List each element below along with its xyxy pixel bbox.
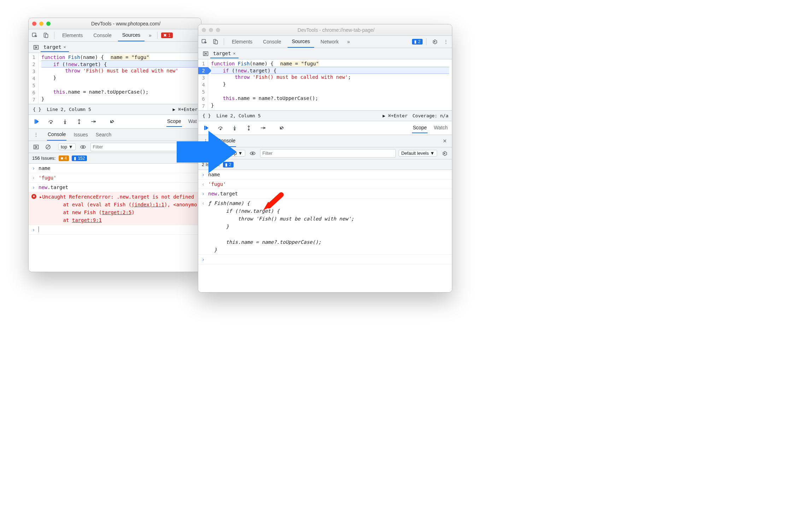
file-tab-target[interactable]: target✕ [210,49,239,58]
error-badge[interactable]: ✖ 1 [161,33,173,38]
title-bar: DevTools - chrome://new-tab-page/ [198,24,452,36]
gutter: 1234567 [198,59,208,110]
resume-icon[interactable] [32,117,41,126]
inspect-icon[interactable] [200,37,209,46]
clear-console-icon[interactable] [43,142,53,152]
step-out-icon[interactable] [75,117,84,126]
drawer-tab-issues[interactable]: Issues [73,129,88,140]
code-lines: function Fish(name) { name = "fugu" if (… [39,53,201,104]
close-icon[interactable]: ✕ [64,45,66,49]
main-toolbar: Elements Console Sources » ✖ 1 [29,29,201,42]
tab-sources[interactable]: Sources [288,36,314,48]
close-drawer-icon[interactable]: ✕ [441,138,449,144]
device-icon[interactable] [211,37,220,46]
console-toolbar: top ▼ Defau [29,141,201,153]
close-dot[interactable] [202,28,206,32]
watch-tab[interactable]: Watch [433,123,448,133]
deactivate-breakpoints-icon[interactable] [277,123,287,133]
navigator-toggle-icon[interactable] [201,49,210,58]
filter-input[interactable] [260,149,396,158]
svg-point-14 [82,146,84,148]
live-expression-icon[interactable] [248,149,257,158]
window-title: DevTools - www.photopea.com/ [54,21,198,27]
step-icon[interactable] [89,117,98,126]
svg-point-22 [234,129,235,130]
console-output[interactable]: ›name ‹'fugu' ›new.target ‹ƒ Fish(name) … [198,170,452,292]
file-tab-target[interactable]: target✕ [41,43,69,52]
scope-tab[interactable]: Scope [412,123,428,133]
settings-icon[interactable] [430,37,439,46]
pretty-print-icon[interactable]: { } [202,113,211,118]
close-icon[interactable]: ✕ [233,51,236,56]
drawer-menu-icon[interactable]: ⋮ [31,130,41,139]
drawer-tabs: ⋮ Console Issues Search [29,129,201,141]
tab-network[interactable]: Network [316,36,343,47]
step-out-icon[interactable] [244,123,253,133]
svg-rect-19 [204,126,205,130]
console-output[interactable]: ›name ‹'fugu' ›new.target ✖ ▸Uncaught Re… [29,164,201,272]
coverage-status: Coverage: n/a [412,113,448,118]
tab-elements[interactable]: Elements [228,36,257,47]
issues-bar[interactable]: 156 Issues: ■ 4 ▮ 152 [29,153,201,164]
tab-sources[interactable]: Sources [118,29,145,41]
tab-console[interactable]: Console [259,36,285,47]
device-icon[interactable] [41,31,51,40]
svg-rect-5 [35,119,36,124]
editor-status: { } Line 2, Column 5 ▶ ⌘+Enter [29,104,201,115]
more-icon[interactable]: ⋮ [441,37,451,46]
zoom-dot[interactable] [216,28,220,32]
deactivate-breakpoints-icon[interactable] [108,117,117,126]
console-sidebar-icon[interactable] [31,142,41,152]
drawer-tab-search[interactable]: Search [95,129,112,140]
more-tabs-icon[interactable]: » [345,39,352,45]
more-tabs-icon[interactable]: » [147,33,154,38]
svg-point-21 [220,129,221,130]
minimize-dot[interactable] [39,22,43,26]
scope-tab[interactable]: Scope [166,116,182,127]
step-into-icon[interactable] [60,117,70,126]
source-editor[interactable]: 1234567 function Fish(name) { name = "fu… [198,59,452,111]
pretty-print-icon[interactable]: { } [32,107,42,112]
source-editor[interactable]: 1234567 function Fish(name) { name = "fu… [29,53,201,104]
svg-point-23 [248,129,249,130]
chevron-left-icon: ‹ [31,174,36,182]
tab-console[interactable]: Console [89,30,116,41]
zoom-dot[interactable] [46,22,51,26]
svg-point-28 [252,152,253,154]
error-icon: ✖ [31,194,36,199]
navigator-toggle-icon[interactable] [31,43,41,52]
step-icon[interactable] [258,123,267,133]
chevron-right-icon: › [31,164,36,172]
window-title: DevTools - chrome://new-tab-page/ [224,27,448,33]
inspect-icon[interactable] [30,31,39,40]
run-hint: ▶ ⌘+Enter [173,107,198,112]
code-lines: function Fish(name) { name = "fugu" if (… [208,59,452,110]
tab-elements[interactable]: Elements [58,30,87,41]
watch-tab[interactable]: Wat [188,116,198,127]
file-tabs-row: target✕ [29,42,201,53]
svg-point-10 [95,121,96,122]
warning-badge: ■ 4 [59,155,69,161]
svg-point-24 [264,128,265,129]
close-dot[interactable] [32,22,36,26]
editor-status: { } Line 2, Column 5 ▶ ⌘+Enter Coverage:… [198,111,452,121]
minimize-dot[interactable] [209,28,213,32]
console-settings-icon[interactable] [440,149,449,158]
levels-dropdown[interactable]: Default levels ▼ [399,150,437,157]
info-badge: ▮ 152 [72,155,87,161]
filter-input[interactable] [90,143,183,151]
drawer-tab-console[interactable]: Console [47,129,66,141]
live-expression-icon[interactable] [78,142,88,152]
svg-point-9 [78,123,80,124]
step-over-icon[interactable] [46,117,55,126]
svg-marker-20 [206,126,208,130]
info-badge[interactable]: ▮ 2 [412,39,423,45]
cursor-position: Line 2, Column 5 [47,107,91,112]
debugger-controls: Scope Wat [29,115,201,129]
context-selector[interactable]: top ▼ [58,143,76,150]
transition-arrow-icon [177,131,237,174]
devtools-window-before: DevTools - www.photopea.com/ Elements Co… [28,18,201,272]
main-toolbar: Elements Console Sources Network » ▮ 2 ⋮ [198,36,452,48]
run-hint: ▶ ⌘+Enter [383,113,407,118]
svg-rect-17 [215,41,218,44]
